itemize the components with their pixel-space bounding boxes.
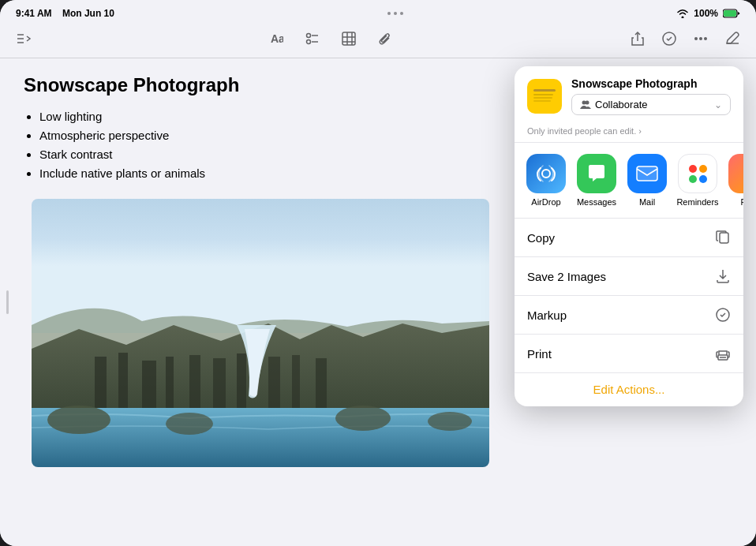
ipad-frame: 9:41 AM Mon Jun 10 100% xyxy=(0,0,756,546)
markup-toolbar-icon[interactable] xyxy=(658,28,680,54)
time-display: 9:41 AM xyxy=(16,8,52,19)
share-app-reminders[interactable]: Reminders xyxy=(676,154,720,207)
save-images-action[interactable]: Save 2 Images xyxy=(515,257,743,296)
mail-label: Mail xyxy=(639,197,655,207)
copy-label: Copy xyxy=(527,231,555,245)
save-icon xyxy=(715,268,731,284)
mail-icon xyxy=(635,165,659,182)
svg-point-6 xyxy=(307,34,311,38)
svg-point-8 xyxy=(307,40,311,44)
svg-point-36 xyxy=(428,412,472,431)
status-bar: 9:41 AM Mon Jun 10 100% xyxy=(0,0,756,24)
more-app-label: Fr... xyxy=(741,197,743,207)
battery-icon xyxy=(723,9,740,18)
airdrop-app-icon xyxy=(526,154,566,193)
copy-action[interactable]: Copy xyxy=(515,219,743,257)
svg-rect-40 xyxy=(637,166,657,181)
toolbar-left xyxy=(13,29,35,52)
share-sheet: Snowscape Photograph Collaborate ⌄ xyxy=(515,66,743,406)
table-icon[interactable] xyxy=(339,28,359,53)
dot-1 xyxy=(387,12,391,15)
save-images-label: Save 2 Images xyxy=(527,270,606,283)
reminders-app-icon xyxy=(678,154,717,193)
landscape-photo xyxy=(32,199,489,467)
chevron-down-icon: ⌄ xyxy=(714,99,722,110)
share-note-title: Snowscape Photograph xyxy=(571,77,731,90)
dot-3 xyxy=(400,12,403,15)
airdrop-label: AirDrop xyxy=(531,197,560,207)
share-app-more[interactable]: Fr... xyxy=(726,154,743,207)
svg-point-18 xyxy=(699,37,702,40)
svg-point-17 xyxy=(694,37,698,40)
copy-icon xyxy=(715,230,731,245)
people-icon xyxy=(580,99,591,110)
note-app-icon xyxy=(527,79,562,114)
reminders-label: Reminders xyxy=(676,197,718,207)
svg-point-35 xyxy=(335,406,391,431)
svg-point-39 xyxy=(542,170,550,178)
more-options-icon[interactable] xyxy=(690,28,712,54)
toolbar-right xyxy=(627,28,743,54)
wifi-icon xyxy=(676,9,689,18)
text-format-icon[interactable]: Aa xyxy=(266,28,286,53)
status-center xyxy=(387,12,403,15)
edit-actions-section: Edit Actions... xyxy=(515,373,743,406)
battery-percentage: 100% xyxy=(694,8,718,19)
collaborate-label: Collaborate xyxy=(580,99,648,110)
markup-action-icon xyxy=(715,307,731,323)
toolbar: Aa xyxy=(0,24,756,58)
status-time: 9:41 AM Mon Jun 10 xyxy=(16,8,114,19)
messages-app-icon xyxy=(577,154,616,193)
share-header-info: Snowscape Photograph Collaborate ⌄ xyxy=(571,77,731,115)
share-app-messages[interactable]: Messages xyxy=(574,154,619,207)
share-apps-row: AirDrop Messages xyxy=(515,143,743,218)
svg-point-38 xyxy=(586,100,589,104)
content-area: Snowscape Photograph Low lighting Atmosp… xyxy=(0,58,756,546)
svg-rect-42 xyxy=(720,233,728,243)
markup-label: Markup xyxy=(527,309,567,322)
svg-point-19 xyxy=(704,37,707,40)
attachment-icon[interactable] xyxy=(375,28,395,53)
share-sheet-header: Snowscape Photograph Collaborate ⌄ xyxy=(515,66,743,123)
share-icon[interactable] xyxy=(627,28,649,54)
scroll-indicator xyxy=(6,290,9,314)
mail-app-icon xyxy=(627,154,667,193)
print-label: Print xyxy=(527,347,552,361)
svg-rect-10 xyxy=(342,32,355,45)
share-app-mail[interactable]: Mail xyxy=(625,154,669,207)
share-app-airdrop[interactable]: AirDrop xyxy=(524,154,568,207)
collaborate-dropdown[interactable]: Collaborate ⌄ xyxy=(571,94,731,115)
collapse-icon[interactable] xyxy=(13,29,35,52)
more-app-icon xyxy=(728,154,743,193)
svg-text:Aa: Aa xyxy=(271,32,283,45)
toolbar-center: Aa xyxy=(266,28,395,53)
markup-action[interactable]: Markup xyxy=(515,296,743,335)
collaborate-text: Collaborate xyxy=(595,99,648,110)
checklist-icon[interactable] xyxy=(302,28,323,53)
dot-2 xyxy=(394,12,397,15)
edit-actions-link[interactable]: Edit Actions... xyxy=(593,383,665,396)
permission-text[interactable]: Only invited people can edit. xyxy=(515,123,743,142)
svg-point-34 xyxy=(166,413,213,435)
print-action[interactable]: Print xyxy=(515,335,743,372)
messages-icon xyxy=(585,163,608,185)
print-icon xyxy=(715,346,731,361)
share-actions: Copy Save 2 Images Markup xyxy=(515,219,743,372)
svg-rect-1 xyxy=(724,10,736,17)
svg-point-33 xyxy=(47,406,110,434)
airdrop-icon xyxy=(535,163,557,185)
messages-label: Messages xyxy=(577,197,616,207)
compose-icon[interactable] xyxy=(721,28,743,54)
note-photo xyxy=(32,199,489,467)
date-display: Mon Jun 10 xyxy=(62,8,114,19)
status-right: 100% xyxy=(676,8,740,19)
